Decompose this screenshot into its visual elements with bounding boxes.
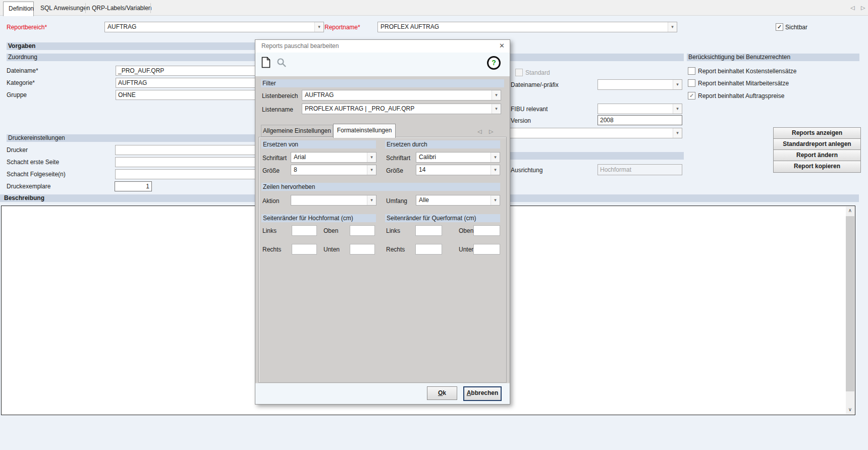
aktion-select[interactable]: ▾: [291, 195, 376, 206]
hoch-rechts-input[interactable]: [292, 244, 317, 255]
fibu-relevant-select[interactable]: ▾: [598, 104, 682, 114]
close-icon[interactable]: ✕: [499, 42, 505, 49]
tab-scroll-right-icon[interactable]: ▷: [861, 4, 865, 11]
hoch-rechts-label: Rechts: [262, 246, 281, 253]
reportbereich-label: Reportbereich*: [7, 24, 47, 31]
scrollbar-thumb[interactable]: [846, 216, 854, 391]
dialog-tab-scroll-left-icon[interactable]: ◁: [477, 128, 481, 135]
section-querformat-raender: Seitenränder für Querformat (cm): [385, 214, 500, 222]
dialog-title: Reports pauschal bearbeiten: [261, 42, 339, 49]
hoch-links-input[interactable]: [292, 225, 317, 236]
new-document-icon[interactable]: [261, 57, 270, 68]
schacht-folgeseiten-label: Schacht Folgeseite(n): [7, 171, 66, 178]
version-input[interactable]: 2008: [598, 115, 682, 125]
scroll-down-icon[interactable]: ∨: [846, 406, 854, 414]
report-kopieren-button[interactable]: Report kopieren: [773, 161, 861, 173]
standard-label: Standard: [525, 69, 550, 76]
groesse-durch-value: 14: [419, 165, 425, 175]
main-tab-strip: Definition SQL Anweisungen QRP-Labels/Va…: [0, 0, 868, 16]
chevron-down-icon[interactable]: ▾: [491, 165, 500, 175]
hoch-unten-input[interactable]: [350, 244, 375, 255]
kostenstellensaetze-label: Report beinhaltet Kostenstellensätze: [698, 68, 796, 75]
chevron-down-icon[interactable]: ▾: [673, 80, 682, 89]
tab-formateinstellungen[interactable]: Formateinstellungen: [333, 124, 396, 138]
standard-checkbox: [515, 69, 523, 76]
dialog-title-bar[interactable]: Reports pauschal bearbeiten ✕: [255, 40, 510, 53]
ausrichtung-input: Hochformat: [598, 164, 682, 175]
dateiname-label: Dateiname*: [7, 67, 38, 74]
chevron-down-icon[interactable]: ▾: [673, 128, 682, 138]
druckexemplare-input[interactable]: 1: [115, 181, 152, 191]
umfang-select[interactable]: Alle ▾: [416, 195, 500, 206]
reportname-value: PROFLEX AUFTRAG: [381, 22, 439, 32]
groesse-von-select[interactable]: 8 ▾: [291, 165, 376, 175]
reportbereich-select[interactable]: AUFTRAG ▾: [104, 22, 324, 32]
auftragspreise-checkbox[interactable]: ✓: [688, 92, 695, 99]
dateiname-praefix-label: Dateiname/-präfix: [511, 81, 559, 88]
quer-rechts-input[interactable]: [415, 244, 442, 255]
quer-oben-input[interactable]: [473, 225, 500, 236]
section-benutzerrechte: Berücksichtigung bei Benutzerrechten: [687, 54, 859, 61]
tab-definition[interactable]: Definition: [3, 2, 34, 16]
beschreibung-scrollbar[interactable]: ∧ ∨: [846, 207, 854, 414]
dialog-toolbar: ?: [255, 53, 510, 76]
schriftart-durch-select[interactable]: Calibri ▾: [416, 152, 500, 163]
tab-qrp-labels-variablen[interactable]: QRP-Labels/Variablen: [87, 2, 150, 15]
auftragspreise-label: Report beinhaltet Auftragspreise: [698, 92, 784, 99]
tab-sql-anweisungen[interactable]: SQL Anweisungen: [35, 2, 87, 15]
quer-links-input[interactable]: [415, 225, 442, 236]
quer-unten-input[interactable]: [473, 244, 500, 255]
dateiname-praefix-select[interactable]: ▾: [598, 79, 682, 90]
tab-scroll-left-icon[interactable]: ◁: [850, 4, 854, 11]
listenbereich-select[interactable]: AUFTRAG ▾: [302, 90, 501, 101]
dialog-reports-pauschal-bearbeiten: Reports pauschal bearbeiten ✕ ? Filter L…: [255, 39, 510, 405]
fibu-relevant-label: FIBU relevant: [511, 106, 548, 113]
chevron-down-icon[interactable]: ▾: [367, 195, 376, 205]
sichtbar-checkbox[interactable]: ✓: [776, 23, 783, 31]
schriftart-von-select[interactable]: Arial ▾: [291, 152, 376, 163]
hoch-unten-label: Unten: [323, 246, 340, 253]
chevron-down-icon[interactable]: ▾: [492, 104, 501, 114]
dialog-tab-scroll-right-icon[interactable]: ▷: [489, 128, 493, 135]
hoch-links-label: Links: [262, 227, 277, 234]
chevron-down-icon[interactable]: ▾: [367, 165, 376, 175]
reportname-label: Reportname*: [324, 24, 360, 31]
reportname-select[interactable]: PROFLEX AUFTRAG ▾: [377, 22, 677, 32]
report-aendern-button[interactable]: Report ändern: [773, 149, 861, 162]
search-icon[interactable]: [277, 58, 287, 68]
mitarbeitersaetze-checkbox[interactable]: [688, 79, 695, 87]
listenname-select[interactable]: PROFLEX AUFTRAG | _PRO_AUF.QRP ▾: [302, 104, 501, 114]
chevron-down-icon[interactable]: ▾: [314, 22, 323, 32]
listenbereich-value: AUFTRAG: [305, 90, 334, 100]
chevron-down-icon[interactable]: ▾: [367, 153, 376, 162]
chevron-down-icon[interactable]: ▾: [491, 153, 500, 162]
dialog-footer: Ok Abbrechen: [255, 383, 510, 404]
schriftart-durch-value: Calibri: [419, 153, 436, 162]
sichtbar-label: Sichtbar: [785, 24, 807, 31]
reportbereich-value: AUFTRAG: [107, 22, 136, 32]
groesse-durch-select[interactable]: 14 ▾: [416, 165, 500, 175]
scroll-up-icon[interactable]: ∧: [846, 207, 854, 215]
kategorie-label: Kategorie*: [7, 79, 35, 86]
gruppe-label: Gruppe: [7, 91, 27, 98]
chevron-down-icon[interactable]: ▾: [673, 104, 682, 114]
tab-allgemeine-einstellungen[interactable]: Allgemeine Einstellungen: [261, 125, 333, 137]
groesse-von-label: Größe: [262, 167, 280, 174]
check-icon: ✓: [688, 92, 695, 98]
section-filter: Filter: [261, 79, 504, 87]
section-ersetzen-durch: Ersetzen durch: [385, 140, 500, 148]
groesse-durch-label: Größe: [386, 167, 403, 174]
help-icon[interactable]: ?: [487, 56, 501, 70]
chevron-down-icon[interactable]: ▾: [491, 195, 500, 205]
standardreport-anlegen-button[interactable]: Standardreport anlegen: [773, 138, 861, 151]
kostenstellensaetze-checkbox[interactable]: [688, 67, 695, 75]
quer-rechts-label: Rechts: [386, 246, 405, 253]
chevron-down-icon[interactable]: ▾: [492, 90, 501, 100]
reports-anzeigen-button[interactable]: Reports anzeigen: [773, 127, 861, 139]
chevron-down-icon[interactable]: ▾: [668, 22, 677, 32]
version-label: Version: [511, 117, 531, 124]
ausrichtung-label: Ausrichtung: [511, 167, 542, 174]
hoch-oben-input[interactable]: [350, 225, 375, 236]
ok-button[interactable]: Ok: [427, 386, 457, 400]
abbrechen-button[interactable]: Abbrechen: [463, 386, 502, 401]
